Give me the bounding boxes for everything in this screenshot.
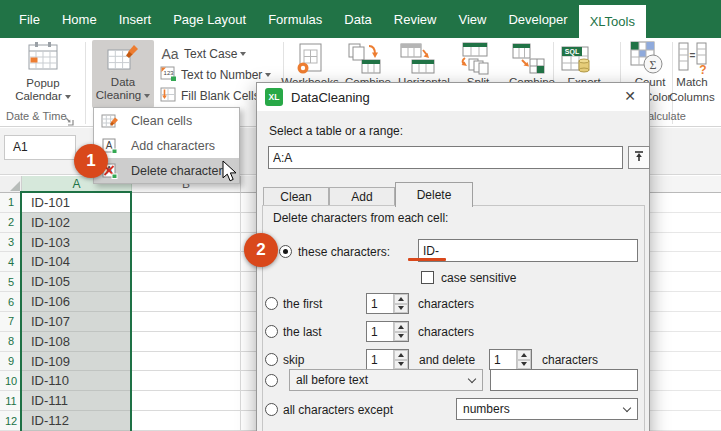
combine-workbooks-icon[interactable] [346, 42, 384, 80]
tab-review[interactable]: Review [383, 0, 448, 38]
cell[interactable] [132, 312, 240, 332]
row-header-2[interactable]: 2 [0, 213, 22, 233]
select-all-corner[interactable] [0, 176, 22, 193]
cell[interactable] [650, 332, 721, 352]
cell-a3[interactable]: ID-103 [22, 233, 132, 253]
stepper-up-button[interactable] [394, 294, 408, 304]
cell-a2[interactable]: ID-102 [22, 213, 132, 233]
cell-a7[interactable]: ID-107 [22, 312, 132, 332]
cell[interactable] [241, 193, 256, 213]
tab-developer[interactable]: Developer [497, 0, 578, 38]
cell-a12[interactable]: ID-112 [22, 411, 132, 431]
cell-a10[interactable]: ID-110 [22, 371, 132, 391]
cell[interactable] [650, 252, 721, 272]
stepper-up-button[interactable] [394, 322, 408, 332]
cell[interactable] [241, 332, 256, 352]
match-columns-icon[interactable]: = ? [676, 42, 714, 80]
dialog-tab-add[interactable]: Add [329, 187, 395, 206]
cell[interactable] [650, 371, 721, 391]
text-case-button[interactable]: Aa Text Case [160, 44, 246, 64]
column-header-partial[interactable] [241, 176, 256, 193]
cell[interactable] [241, 391, 256, 411]
cell[interactable] [241, 292, 256, 312]
stepper-down-button[interactable] [517, 360, 531, 370]
menu-item-delete-characters[interactable]: A Delete characters [94, 158, 239, 183]
row-header-12[interactable]: 12 [0, 411, 22, 431]
cell[interactable] [132, 272, 240, 292]
cell[interactable] [241, 411, 256, 431]
row-header-6[interactable]: 6 [0, 292, 22, 312]
cell[interactable] [241, 213, 256, 233]
case-sensitive-checkbox[interactable] [421, 271, 434, 284]
cell[interactable] [241, 312, 256, 332]
cell[interactable] [650, 233, 721, 253]
cell-a11[interactable]: ID-111 [22, 391, 132, 411]
row-header-3[interactable]: 3 [0, 233, 22, 253]
the-last-radio[interactable] [265, 325, 278, 338]
stepper-down-button[interactable] [394, 332, 408, 342]
cell[interactable] [132, 332, 240, 352]
tab-file[interactable]: File [8, 0, 51, 38]
menu-item-add-characters[interactable]: A Add characters [94, 133, 239, 158]
cell-a6[interactable]: ID-106 [22, 292, 132, 312]
before-text-input[interactable] [490, 369, 638, 391]
cell[interactable] [650, 272, 721, 292]
name-box[interactable]: A1 [4, 135, 76, 160]
the-first-radio[interactable] [265, 297, 278, 310]
cell[interactable] [132, 233, 240, 253]
tab-xltools[interactable]: XLTools [579, 5, 646, 38]
stepper-down-button[interactable] [394, 304, 408, 314]
cell[interactable] [241, 272, 256, 292]
stepper-down-button[interactable] [394, 360, 408, 370]
row-header-1[interactable]: 1 [0, 193, 22, 213]
cell[interactable] [132, 352, 240, 372]
tab-page-layout[interactable]: Page Layout [162, 0, 257, 38]
text-to-number-button[interactable]: 123 Text to Number [160, 65, 271, 85]
except-dropdown[interactable]: numbers [456, 398, 638, 420]
range-input[interactable] [268, 146, 623, 169]
before-text-radio[interactable] [265, 374, 278, 387]
row-header-5[interactable]: 5 [0, 272, 22, 292]
skip-radio[interactable] [265, 353, 278, 366]
before-text-dropdown[interactable]: all before text [289, 369, 483, 391]
tab-insert[interactable]: Insert [108, 0, 163, 38]
fill-blank-cells-button[interactable]: Fill Blank Cells [160, 86, 260, 106]
cell[interactable] [650, 352, 721, 372]
row-header-8[interactable]: 8 [0, 332, 22, 352]
skip-count-stepper[interactable]: 1 [366, 349, 409, 370]
cell-a8[interactable]: ID-108 [22, 332, 132, 352]
cell[interactable] [132, 252, 240, 272]
tab-formulas[interactable]: Formulas [257, 0, 333, 38]
row-header-11[interactable]: 11 [0, 391, 22, 411]
cell[interactable] [650, 292, 721, 312]
cell-a5[interactable]: ID-105 [22, 272, 132, 292]
cell[interactable] [650, 411, 721, 431]
cell[interactable] [650, 213, 721, 233]
tab-home[interactable]: Home [51, 0, 108, 38]
these-characters-input[interactable] [418, 239, 638, 262]
cell-a4[interactable]: ID-104 [22, 252, 132, 272]
tab-view[interactable]: View [447, 0, 497, 38]
cell-a1[interactable]: ID-101 [22, 193, 132, 213]
close-icon[interactable]: ✕ [621, 88, 639, 104]
cell[interactable] [132, 411, 240, 431]
dialog-tab-clean[interactable]: Clean [263, 187, 329, 206]
split-table-icon[interactable] [455, 42, 495, 80]
tab-data[interactable]: Data [333, 0, 382, 38]
cell[interactable] [132, 292, 240, 312]
workbook-organizer-icon[interactable] [292, 42, 328, 80]
count-by-color-icon[interactable]: Σ [630, 41, 664, 79]
cell[interactable] [132, 193, 240, 213]
dialog-title-bar[interactable]: XL DataCleaning ✕ [257, 83, 649, 111]
cell[interactable] [241, 371, 256, 391]
cell[interactable] [132, 391, 240, 411]
menu-item-clean-cells[interactable]: Clean cells [94, 108, 239, 133]
cell[interactable] [132, 371, 240, 391]
the-last-count-stepper[interactable]: 1 [366, 321, 409, 342]
stepper-up-button[interactable] [517, 350, 531, 360]
combine-data-icon[interactable] [510, 42, 548, 80]
cell[interactable] [650, 312, 721, 332]
data-cleaning-button[interactable]: Data Cleaning [92, 40, 154, 108]
select-range-button[interactable] [628, 146, 650, 169]
horizontal-split-icon[interactable] [400, 42, 440, 80]
